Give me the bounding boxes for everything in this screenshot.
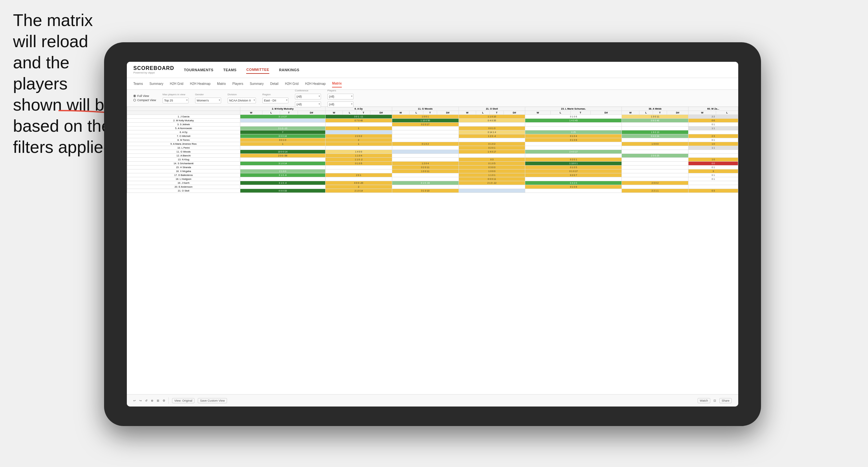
matrix-cell (240, 165, 325, 169)
matrix-cell: 1 9 0 13 (622, 130, 688, 134)
matrix-cell: 0 0 (688, 162, 738, 165)
subnav-matrix2[interactable]: Matrix (332, 80, 341, 88)
matrix-cell (459, 154, 525, 158)
nav-teams[interactable]: TEAMS (223, 66, 237, 73)
gender-select[interactable]: Women's (195, 98, 221, 103)
player-name-cell: 7. O Mitchell (127, 134, 240, 138)
table-row: 14. S Srichantamit3 1 0 140 1 0 51 2 0 4… (127, 162, 738, 165)
settings-btn[interactable]: ⚙ (163, 399, 165, 402)
matrix-cell: 3 1 0 14 (240, 162, 325, 165)
conference-select-1[interactable]: (All) (295, 94, 321, 99)
matrix-cell (459, 138, 525, 142)
players-select-2[interactable]: (All) (328, 101, 353, 107)
watch-btn[interactable]: Watch (698, 398, 710, 403)
players-select-1[interactable]: (All) (328, 94, 353, 99)
view-original-btn[interactable]: View: Original (172, 398, 194, 403)
view-options-group: Full View Compact View (133, 94, 156, 102)
col-wlt-w3: W (392, 111, 409, 115)
subnav-h2hgrid1[interactable]: H2H Grid (170, 80, 183, 87)
full-view-radio[interactable]: Full View (133, 94, 156, 98)
subnav-h2hheatmap2[interactable]: H2H Heatmap (305, 80, 326, 87)
logo: SCOREBOARD Powered by clippd (133, 65, 174, 74)
matrix-cell: 1 0 0 0 (622, 142, 688, 146)
conference-select-2[interactable]: (All) (295, 101, 321, 107)
compact-view-radio-btn[interactable] (133, 99, 136, 101)
subnav-teams[interactable]: Teams (133, 80, 143, 87)
matrix-cell: 2 (325, 185, 392, 189)
subnav-summary1[interactable]: Summary (149, 80, 163, 87)
col-wlt-d6: Dif (667, 111, 688, 115)
full-view-radio-btn[interactable] (133, 95, 136, 97)
matrix-cell: 0 1 0 2 (392, 142, 459, 146)
matrix-cell: 2 (325, 138, 392, 142)
subnav-h2hheatmap1[interactable]: H2H Heatmap (190, 80, 210, 87)
matrix-cell (392, 158, 459, 162)
col-wlt-w1: W (240, 111, 262, 115)
compact-view-radio[interactable]: Compact View (133, 98, 156, 102)
matrix-cell: 3 1 0 -13 (240, 126, 325, 130)
player-name-cell: 11. G Woods (127, 150, 240, 154)
matrix-cell: 0 6 (688, 119, 738, 123)
subnav-players[interactable]: Players (232, 80, 243, 87)
division-label: Division (228, 93, 256, 96)
max-players-select[interactable]: Top 25 (163, 98, 189, 103)
col-wlt-t3: T (423, 111, 437, 115)
nav-rankings[interactable]: RANKINGS (279, 66, 300, 73)
matrix-cell: 0 1 (688, 165, 738, 169)
table-row: 9. A Maria Jimenez Rios110 1 0 20 1 0 21… (127, 142, 738, 146)
share-icon-btn[interactable]: ⊡ (714, 399, 716, 402)
matrix-cell (525, 123, 622, 126)
nav-committee[interactable]: COMMITTEE (246, 66, 269, 74)
refresh-btn[interactable]: ↺ (145, 399, 148, 402)
table-row: 7. O Mitchell3 0 0 182 2 0 21 2 0 -40 1 … (127, 134, 738, 138)
matrix-cell: 0 1 0 8 (525, 138, 622, 142)
matrix-cell: 0 4 0 35 (459, 119, 525, 123)
share-btn[interactable]: Share (719, 398, 732, 403)
player-name-cell: 3. S Jelinek (127, 123, 240, 126)
grid-btn[interactable]: ⊞ (157, 399, 159, 402)
subnav-h2hgrid2[interactable]: H2H Grid (285, 80, 299, 87)
matrix-cell: 0 1 0 4 (525, 134, 622, 138)
division-select[interactable]: NCAA Division II (228, 98, 256, 103)
matrix-cell: 0 7 0 40 (325, 119, 392, 123)
nav-tournaments[interactable]: TOURNAMENTS (184, 66, 214, 73)
matrix-cell: 1 0 0 0 (459, 169, 525, 173)
matrix-cell: 0 1 (688, 177, 738, 181)
matrix-cell: 3 1 0 -6 (240, 173, 325, 177)
player-name-cell: 10. L Perini (127, 146, 240, 150)
matrix-cell: 1 0 0 1 (392, 115, 459, 119)
table-row: 18. L Hodgson0 0 0 110 1 (127, 177, 738, 181)
matrix-cell: 2 0 0 25 (622, 154, 688, 158)
matrix-cell: 0 2 0 1 (459, 146, 525, 150)
matrix-cell (622, 169, 688, 173)
zoom-btn[interactable]: ⊕ (151, 399, 154, 402)
matrix-cell: 3 1 0 -4 (240, 181, 325, 185)
matrix-cell (688, 185, 738, 189)
matrix-cell: 1 4 0 0 (325, 150, 392, 154)
matrix-cell: 0 1 0 5 (325, 162, 392, 165)
subnav-detail[interactable]: Detail (270, 80, 279, 87)
matrix-cell: 1 0 (688, 158, 738, 162)
matrix-cell: 1 4 0 17 (459, 150, 525, 154)
redo-btn[interactable]: ↪ (139, 399, 142, 402)
matrix-cell: 4 0 0 -20 (325, 181, 392, 185)
region-select[interactable]: East - DII (262, 98, 288, 103)
col-wlt-l6: L (639, 111, 653, 115)
player-name-cell: 5. A Nomrowski (127, 126, 240, 130)
col-wlt-w6: W (622, 111, 639, 115)
player-name-cell: 21. O Stoll (127, 189, 240, 193)
matrix-area[interactable]: 2. M Kelly Mulcahy 6. A Dy 11. G Woods 2… (127, 107, 738, 394)
matrix-cell (392, 126, 459, 130)
player-name-cell: 16. X Mcgaha (127, 169, 240, 173)
matrix-cell: 3 1 0 27 (240, 115, 325, 119)
undo-btn[interactable]: ↩ (133, 399, 136, 402)
max-players-label: Max players in view (163, 93, 189, 96)
col-header-38: 38. A Webb (622, 107, 688, 111)
save-custom-btn[interactable]: Save Custom View (198, 398, 227, 403)
subnav-matrix1[interactable]: Matrix (217, 80, 226, 87)
col-wlt-d1: Dif (298, 111, 325, 115)
conference-label: Conference (295, 89, 321, 92)
subnav-summary2[interactable]: Summary (250, 80, 264, 87)
powered-by-text: Powered by clippd (133, 71, 174, 74)
matrix-cell (392, 177, 459, 181)
